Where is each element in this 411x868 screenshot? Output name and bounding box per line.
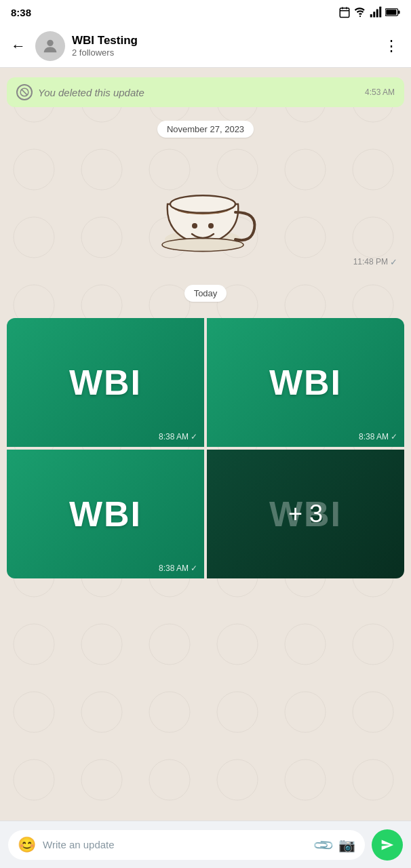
svg-point-12 (47, 39, 53, 45)
sticker-time: 11:48 PM (353, 257, 388, 267)
avatar (35, 31, 65, 61)
chat-header: ← WBI Testing 2 followers ⋮ (0, 24, 411, 68)
wbi-label-2: WBI (269, 362, 342, 403)
grid-time-2: 8:38 AM ✓ (359, 432, 397, 441)
battery-icon (385, 7, 400, 17)
date-label-nov: November 27, 2023 (157, 121, 254, 138)
more-count-label: + 3 (288, 500, 323, 528)
grid-item-3[interactable]: WBI 8:38 AM ✓ (7, 450, 204, 578)
grid-item-4-more[interactable]: WBI + 3 (207, 450, 404, 578)
back-button[interactable]: ← (8, 35, 28, 58)
date-badge-nov: November 27, 2023 (7, 121, 404, 138)
chat-title: WBI Testing (72, 34, 374, 47)
emoji-button[interactable]: 😊 (18, 836, 36, 854)
calendar-icon (338, 6, 351, 18)
svg-rect-11 (398, 10, 400, 14)
image-grid[interactable]: WBI 8:38 AM ✓ WBI 8:38 AM ✓ WBI 8:38 AM … (7, 318, 404, 578)
input-placeholder[interactable]: Write an update (43, 839, 308, 850)
deleted-text: You deleted this update (38, 87, 144, 98)
wbi-label-1: WBI (69, 362, 142, 403)
status-bar: 8:38 (0, 0, 411, 24)
signal-icon (370, 6, 382, 18)
header-info: WBI Testing 2 followers (72, 34, 374, 58)
input-field-wrap: 😊 Write an update 📎 📷 (8, 830, 365, 860)
attach-button[interactable]: 📎 (311, 833, 335, 856)
date-badge-today: Today (7, 285, 404, 302)
svg-rect-8 (379, 7, 381, 18)
svg-point-19 (192, 223, 197, 229)
camera-button[interactable]: 📷 (338, 837, 355, 853)
wifi-icon (354, 6, 366, 18)
follower-count: 2 followers (72, 47, 374, 58)
more-options-button[interactable]: ⋮ (381, 35, 403, 58)
send-button[interactable] (372, 829, 403, 861)
svg-rect-7 (376, 9, 378, 18)
status-time: 8:38 (11, 7, 31, 18)
wbi-label-3: WBI (69, 494, 142, 534)
coffee-sticker (151, 155, 260, 257)
grid-time-3: 8:38 AM ✓ (159, 564, 197, 573)
sticker-container: 11:48 PM ✓ (7, 155, 404, 267)
input-bar: 😊 Write an update 📎 📷 (0, 821, 411, 868)
deleted-time: 4:53 AM (365, 87, 395, 97)
deleted-update-bubble: You deleted this update 4:53 AM (7, 77, 404, 107)
date-label-today: Today (184, 285, 227, 302)
svg-rect-10 (386, 9, 396, 15)
deleted-icon (16, 84, 33, 100)
svg-line-14 (22, 90, 27, 95)
svg-point-18 (162, 238, 243, 251)
svg-point-4 (359, 16, 361, 17)
status-icons (338, 6, 400, 18)
grid-item-1[interactable]: WBI 8:38 AM ✓ (7, 318, 204, 447)
svg-rect-6 (373, 12, 375, 17)
svg-point-20 (208, 223, 214, 229)
grid-time-1: 8:38 AM ✓ (159, 432, 197, 441)
svg-point-17 (170, 195, 235, 213)
svg-rect-5 (370, 14, 372, 18)
grid-item-2[interactable]: WBI 8:38 AM ✓ (207, 318, 404, 447)
svg-rect-0 (340, 8, 349, 18)
chat-area: You deleted this update 4:53 AM November… (0, 68, 411, 821)
sticker-checkmark: ✓ (390, 257, 397, 267)
